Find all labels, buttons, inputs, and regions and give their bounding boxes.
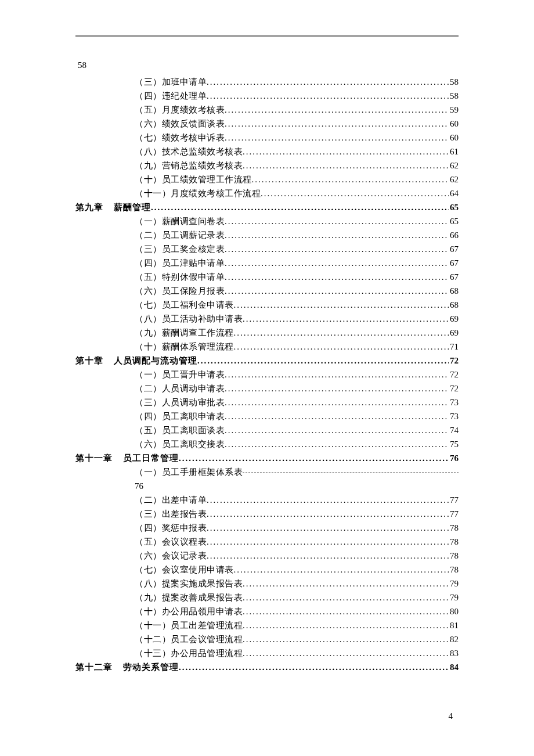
toc-leader-dots bbox=[225, 214, 449, 228]
toc-page-number: 81 bbox=[449, 618, 459, 632]
toc-entry-label: （十）员工绩效管理工作流程 bbox=[135, 172, 252, 186]
toc-leader-dots bbox=[197, 354, 449, 368]
toc-entry-label: （一）员工手册框架体系表 bbox=[135, 465, 243, 479]
toc-entry-label: （六）员工保险月报表 bbox=[135, 284, 225, 298]
document-page: 58 （三）加班申请单 58（四）违纪处理单 58（五）月度绩效考核表 59（六… bbox=[0, 0, 534, 756]
toc-leader-dots bbox=[207, 493, 449, 507]
toc-entry-label: （一）员工晋升申请表 bbox=[135, 368, 225, 381]
toc-leader-dots bbox=[243, 618, 449, 632]
toc-page-number: 69 bbox=[449, 312, 459, 326]
toc-entry: （九）提案改善成果报告表 79 bbox=[75, 591, 459, 604]
toc-chapter-title: 薪酬管理 bbox=[114, 200, 151, 214]
header-rule-2 bbox=[75, 37, 459, 37]
toc-leader-dots bbox=[234, 298, 449, 312]
toc-page-number: 59 bbox=[449, 103, 459, 117]
toc-leader-dots bbox=[225, 395, 449, 409]
toc-page-number: 67 bbox=[449, 270, 459, 284]
toc-entry: （一）员工晋升申请表 72 bbox=[75, 368, 459, 381]
toc-entry: （七）员工福利金申请表 68 bbox=[75, 298, 459, 312]
toc-entry: （三）人员调动审批表 73 bbox=[75, 395, 459, 409]
toc-page-number: 78 bbox=[449, 549, 459, 563]
toc-leader-dots bbox=[225, 131, 449, 145]
toc-entry: （四）员工津贴申请单 67 bbox=[75, 256, 459, 270]
toc-entry: （一）薪酬调查问卷表 65 bbox=[75, 214, 459, 228]
toc-entry: （九）营销总监绩效考核表 62 bbox=[75, 159, 459, 172]
toc-chapter-number: 第九章 bbox=[75, 200, 103, 214]
toc-entry: （十一）员工出差管理流程 81 bbox=[75, 618, 459, 632]
toc-leader-dots bbox=[243, 604, 449, 618]
toc-page-number: 73 bbox=[449, 409, 459, 423]
toc-page-number: 60 bbox=[449, 131, 459, 145]
toc-entry: （三）员工奖金核定表 67 bbox=[75, 242, 459, 256]
toc-page-number: 83 bbox=[449, 646, 459, 660]
toc-leader-dots bbox=[234, 326, 449, 340]
toc-leader-dots bbox=[243, 145, 449, 159]
toc-entry-label: （八）员工活动补助申请表 bbox=[135, 312, 243, 326]
toc-leader-dots bbox=[225, 409, 449, 423]
footer-page-number: 4 bbox=[449, 711, 453, 721]
toc-leader-dots bbox=[225, 242, 449, 256]
toc-leader-dots bbox=[207, 89, 449, 103]
toc-entry-label: （二）员工调薪记录表 bbox=[135, 228, 225, 242]
toc-page-number: 67 bbox=[449, 256, 459, 270]
toc-entry-label: （四）奖惩申报表 bbox=[135, 521, 207, 535]
toc-leader-dots bbox=[234, 563, 449, 577]
toc-leader-dots bbox=[243, 646, 449, 660]
toc-chapter-number: 第十章 bbox=[75, 354, 103, 368]
toc-entry-label: （九）提案改善成果报告表 bbox=[135, 591, 243, 604]
toc-leader-dash bbox=[243, 472, 459, 475]
toc-page-number: 58 bbox=[449, 89, 459, 103]
toc-leader-dots bbox=[225, 270, 449, 284]
toc-entry: （三）加班申请单 58 bbox=[75, 75, 459, 89]
toc-entry-label: （七）会议室使用申请表 bbox=[135, 563, 234, 577]
toc-entry: （十二）员工会议管理流程 82 bbox=[75, 632, 459, 646]
toc-page-number: 77 bbox=[449, 493, 459, 507]
toc-entry: （四）奖惩申报表 78 bbox=[75, 521, 459, 535]
toc-entry-label: （二）出差申请单 bbox=[135, 493, 207, 507]
toc-leader-dots bbox=[243, 577, 449, 591]
toc-entry-label: （九）营销总监绩效考核表 bbox=[135, 159, 243, 172]
toc-leader-dots bbox=[207, 535, 449, 549]
toc-leader-dots bbox=[207, 75, 449, 89]
toc-entry-label: （六）会议记录表 bbox=[135, 549, 207, 563]
toc-leader-dots bbox=[225, 228, 449, 242]
toc-entry: （三）出差报告表 77 bbox=[75, 507, 459, 521]
toc-page-number: 67 bbox=[449, 242, 459, 256]
toc-entry: （二）人员调动申请表 72 bbox=[75, 381, 459, 395]
toc-entry: （一）员工手册框架体系表 bbox=[75, 465, 459, 479]
toc-entry-label: （二）人员调动申请表 bbox=[135, 381, 225, 395]
toc-entry: （六）会议记录表 78 bbox=[75, 549, 459, 563]
toc-page-number: 78 bbox=[449, 563, 459, 577]
toc-page-number: 62 bbox=[449, 159, 459, 172]
toc-chapter-title: 人员调配与流动管理 bbox=[114, 354, 197, 368]
toc-entry: （六）绩效反馈面谈表 60 bbox=[75, 117, 459, 131]
toc-leader-dots bbox=[243, 312, 449, 326]
toc-entry-label: （十一）月度绩效考核工作流程 bbox=[135, 186, 261, 200]
toc-entry-label: （十三）办公用品管理流程 bbox=[135, 646, 243, 660]
toc-entry: （五）会议议程表 78 bbox=[75, 535, 459, 549]
toc-page-number: 72 bbox=[449, 354, 459, 368]
toc-page-number: 68 bbox=[449, 284, 459, 298]
toc-entry: （十一）月度绩效考核工作流程 64 bbox=[75, 186, 459, 200]
toc-page-number: 64 bbox=[449, 186, 459, 200]
toc-entry: （十）员工绩效管理工作流程 62 bbox=[75, 172, 459, 186]
toc-leader-dots bbox=[225, 117, 449, 131]
toc-leader-dots bbox=[225, 423, 449, 437]
toc-entry: （七）会议室使用申请表 78 bbox=[75, 563, 459, 577]
toc-page-number: 77 bbox=[449, 507, 459, 521]
toc-leader-dots bbox=[179, 451, 449, 465]
toc-page-number: 68 bbox=[449, 298, 459, 312]
toc-entry-label: （五）员工离职面谈表 bbox=[135, 423, 225, 437]
toc-entry: （六）员工保险月报表 68 bbox=[75, 284, 459, 298]
toc-entry-label: （三）员工奖金核定表 bbox=[135, 242, 225, 256]
toc-entry-label: （十）办公用品领用申请表 bbox=[135, 604, 243, 618]
toc-entry-label: （七）绩效考核申诉表 bbox=[135, 131, 225, 145]
toc-entry-label: （四）违纪处理单 bbox=[135, 89, 207, 103]
toc-leader-dots bbox=[207, 507, 449, 521]
table-of-contents: （三）加班申请单 58（四）违纪处理单 58（五）月度绩效考核表 59（六）绩效… bbox=[75, 75, 459, 674]
toc-page-number: 65 bbox=[449, 214, 459, 228]
toc-leader-dots bbox=[261, 186, 449, 200]
toc-chapter: 第十二章劳动关系管理 84 bbox=[75, 660, 459, 674]
toc-page-number: 74 bbox=[449, 423, 459, 437]
toc-entry-label: （一）薪酬调查问卷表 bbox=[135, 214, 225, 228]
